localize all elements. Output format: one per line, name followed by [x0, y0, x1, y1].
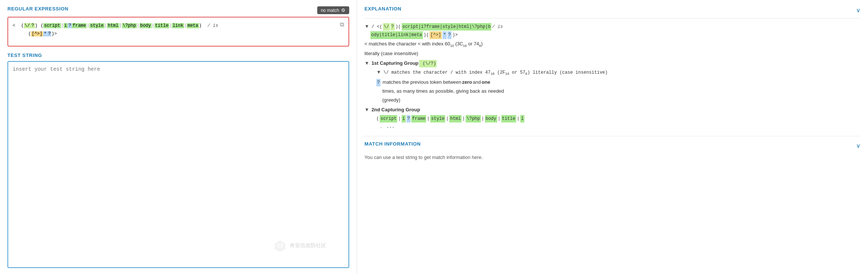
regex-line-1: < (\/?) (script|i?frame|style|html|\?php…	[13, 21, 333, 29]
exp-lt-sub3: 8	[479, 44, 481, 47]
gear-icon[interactable]: ⚙	[341, 7, 345, 13]
match-info-header: MATCH INFORMATION ∨	[364, 140, 861, 151]
exp-backslash: \/	[383, 23, 390, 31]
regex-gt-char: >	[54, 31, 57, 36]
exp-g2-pipe1: |	[398, 115, 401, 122]
explanation-title: EXPLANATION	[364, 6, 401, 12]
exp-g2-pipe6: |	[498, 115, 501, 122]
test-input[interactable]	[8, 62, 348, 267]
exp-g2-pipe3: |	[446, 115, 449, 122]
regex-section-title: REGULAR EXPRESSION	[7, 6, 68, 12]
explanation-header: EXPLANATION ∨	[364, 6, 861, 19]
exp-g2-body: body	[485, 115, 497, 122]
exp-g2-title: title	[501, 115, 516, 122]
regex-backslash-q: \/	[24, 23, 30, 28]
exp-g2-l: l	[520, 115, 524, 122]
regex-group1-open: (	[19, 23, 24, 28]
regex-group2-close: )	[199, 23, 202, 28]
exp-star: *	[443, 31, 447, 39]
match-info-desc: You can use a test string to get match i…	[364, 154, 483, 160]
no-match-label: no match	[321, 8, 339, 13]
exp-keywords: script|i?frame|style|html|\?php|b	[402, 23, 492, 31]
exp-g2-pipe5: |	[482, 115, 484, 122]
exp-g2-dots: ···	[386, 124, 395, 131]
exp-lt-sub1: 10	[450, 44, 454, 47]
exp-greedy-text: (greedy)	[382, 96, 400, 104]
regex-qmark2: ?	[68, 23, 72, 28]
regex-script: script	[43, 23, 61, 28]
exp-and: and	[473, 78, 481, 86]
copy-button[interactable]: ⧉	[338, 20, 345, 29]
exp-g2-pipe2: |	[427, 115, 430, 122]
exp-group1-arrow[interactable]: ▼	[364, 59, 369, 67]
regex-pipe1: |	[61, 23, 64, 28]
exp-group2-arrow[interactable]: ▼	[364, 106, 369, 114]
exp-g2-pipe4: |	[462, 115, 465, 122]
exp-backslash-text: \/ matches the character / with index 47…	[383, 69, 608, 77]
collapse-match-icon[interactable]: ∨	[856, 141, 861, 151]
exp-lt-sub2: 16	[463, 44, 467, 47]
exp-qmark-text: matches the previous token between	[381, 78, 461, 86]
regex-i: i	[64, 23, 68, 28]
exp-bs-sub3: 8	[525, 73, 527, 76]
exp-zero: zero	[462, 78, 472, 86]
regex-flags: / is	[205, 23, 218, 28]
exp-bs-sub1: 10	[491, 73, 495, 76]
test-textarea-wrapper: 奇安信攻防社区	[7, 61, 349, 268]
exp-bs-sub2: 16	[505, 73, 509, 76]
exp-g2-i: i	[402, 115, 406, 122]
exp-group1-header: ▼ 1st Capturing Group (\/?)	[364, 59, 861, 67]
exp-regex-open: / <(	[372, 23, 382, 31]
regex-header: REGULAR EXPRESSION no match ⚙	[7, 6, 349, 15]
exp-g2-style: style	[430, 115, 445, 122]
exp-qmark-token: ?	[376, 79, 380, 86]
exp-g2-pipe7: |	[517, 115, 520, 122]
expand-arrow[interactable]: ▼	[364, 22, 369, 31]
regex-charclass: [^>]	[31, 31, 43, 36]
exp-regex-cont: ody|title|link|meta)([^>]*?)>	[364, 31, 861, 39]
exp-literally: literally (case insensitive)	[364, 50, 861, 58]
exp-qmark-detail: ? matches the previous token between zer…	[364, 78, 861, 86]
regex-star: *	[43, 31, 47, 36]
exp-group2-open: (	[376, 115, 379, 122]
regex-meta: meta	[187, 23, 199, 28]
exp-g2-qm: ?	[406, 115, 411, 122]
exp-times-text: times, as many times as possible, giving…	[382, 87, 504, 95]
regex-qmark3: ?	[47, 31, 51, 36]
exp-backslash-arrow[interactable]: ▼	[376, 68, 381, 76]
exp-g2-script: script	[380, 115, 397, 122]
regex-lt-char: <	[13, 23, 15, 28]
regex-link: link	[172, 23, 184, 28]
regex-body: body	[139, 23, 152, 28]
regex-charclass-close: )	[51, 31, 54, 36]
regex-phpesc: \?php	[122, 23, 137, 28]
regex-section: REGULAR EXPRESSION no match ⚙ ⧉ < (\/?) …	[7, 6, 349, 47]
right-panel: EXPLANATION ∨ ▼ / <(\/?)(script|i?frame|…	[357, 0, 868, 274]
exp-keywords-cont: ody|title|link|meta	[370, 31, 423, 39]
test-section-title: TEST STRING	[7, 52, 349, 58]
regex-title: title	[154, 23, 169, 28]
exp-group2-tokens: (script|i?frame|style|html|\?php|body|ti…	[364, 115, 861, 122]
match-info-title: MATCH INFORMATION	[364, 140, 421, 148]
exp-lt-text: < matches the character < with index 601…	[364, 40, 483, 49]
regex-line-2: ([^>]*?)>	[13, 29, 333, 38]
exp-greedy: (greedy)	[364, 96, 861, 104]
exp-qmark-times: times, as many times as possible, giving…	[364, 87, 861, 95]
match-info-section: MATCH INFORMATION ∨ You can use a test s…	[364, 136, 861, 162]
regex-style: style	[89, 23, 104, 28]
exp-group2-header: ▼ 2nd Capturing Group	[364, 106, 861, 114]
exp-regex-summary: ▼ / <(\/?)(script|i?frame|style|html|\?p…	[364, 22, 861, 31]
match-info-body: You can use a test string to get match i…	[364, 153, 861, 162]
regex-pipe6: |	[152, 23, 154, 28]
exp-group1-token: (\/?)	[419, 60, 437, 67]
regex-frame: frame	[72, 23, 87, 28]
exp-g2-html: html	[449, 115, 462, 122]
exp-g2-php: \?php	[466, 115, 480, 122]
exp-paren2-close: )(	[424, 31, 429, 39]
exp-lt-match: < matches the character < with index 601…	[364, 40, 861, 49]
collapse-explanation-icon[interactable]: ∨	[856, 7, 861, 14]
regex-pipe3: |	[105, 23, 107, 28]
no-match-badge: no match ⚙	[317, 6, 349, 14]
exp-group2-cont: · ···	[364, 123, 861, 131]
exp-one: one	[482, 78, 490, 86]
